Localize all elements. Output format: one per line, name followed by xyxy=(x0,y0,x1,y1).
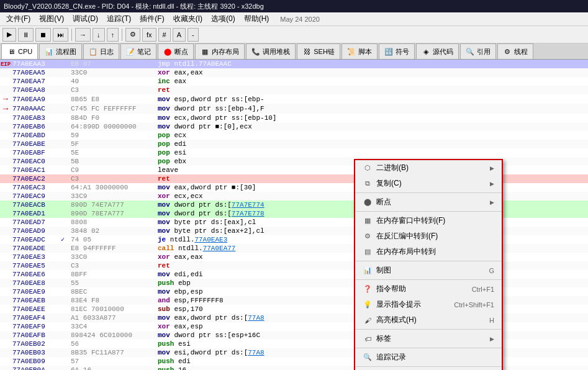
table-row[interactable]: 77A0EAB38B4D F0mov ecx,dword ptr ss:[ebp… xyxy=(0,114,588,122)
table-row[interactable]: 77A0EABE5Fpop edi xyxy=(0,140,588,148)
toolbar-stepout[interactable]: ↑ xyxy=(107,28,119,42)
layout-icon: ▤ xyxy=(363,247,373,257)
row-address: 77A0EAE5 xyxy=(11,261,61,270)
table-row[interactable]: →77A0EAA98B65 E8mov esp,dword ptr ss:[eb… xyxy=(0,94,588,104)
toolbar-minus[interactable]: - xyxy=(188,28,199,42)
context-menu-item[interactable]: ❓指令帮助Ctrl+F1 xyxy=(355,281,502,297)
help-icon: ❓ xyxy=(363,284,373,294)
context-menu-item[interactable]: ▦在内存窗口中转到(F) xyxy=(355,213,502,228)
row-bytes: 8808 xyxy=(68,218,155,227)
toolbar-pause[interactable]: ⏸ xyxy=(18,28,34,42)
row-check xyxy=(61,148,68,157)
graph-icon: 📊 xyxy=(363,266,373,276)
toolbar-stop[interactable]: ⏹ xyxy=(35,28,51,42)
menu-view[interactable]: 视图(V) xyxy=(35,12,68,25)
toolbar-stepinto[interactable]: → xyxy=(75,28,91,42)
tab-source[interactable]: ◈ 源代码 xyxy=(416,43,459,59)
menu-favorites[interactable]: 收藏夹(I) xyxy=(170,12,206,25)
context-menu-item[interactable]: ⧉复制(C)▶ xyxy=(355,176,502,191)
row-arrow xyxy=(0,296,11,305)
menu-options[interactable]: 选项(0) xyxy=(207,12,239,25)
menu-file[interactable]: 文件(F) xyxy=(2,12,34,25)
symbols-icon: 🔣 xyxy=(384,47,393,56)
row-arrow xyxy=(0,122,11,131)
row-bytes: 5E xyxy=(68,148,155,157)
row-instruction: mov dword ptr ■:[0],ecx xyxy=(155,122,588,131)
context-menu-item[interactable]: 🔍追踪记录 xyxy=(355,350,502,365)
tab-memory[interactable]: ▦ 内存布局 xyxy=(195,43,245,59)
context-menu-separator xyxy=(355,348,502,348)
toolbar-run[interactable]: ▶ xyxy=(2,28,16,42)
table-row[interactable]: 77A0EABF5Epop esi xyxy=(0,148,588,157)
context-menu-item-label: 追踪记录 xyxy=(376,352,406,363)
toolbar-restart[interactable]: ⏭ xyxy=(53,28,68,42)
toolbar-sep2 xyxy=(122,29,122,41)
table-row[interactable]: 77A0EAB664:890D 00000000mov dword ptr ■:… xyxy=(0,122,588,131)
context-menu-separator xyxy=(355,261,502,261)
table-row[interactable]: 77A0EAA8C3ret xyxy=(0,86,588,94)
context-menu-item[interactable]: 💡显示指令提示Ctrl+Shift+F1 xyxy=(355,297,502,312)
row-check xyxy=(61,270,68,279)
context-menu-item[interactable]: ⚙在反汇编中转到(F) xyxy=(355,228,502,244)
context-menu-item[interactable]: ⬡二进制(B)▶ xyxy=(355,160,502,176)
tab-breakpoints[interactable]: ⬤ 断点 xyxy=(158,43,194,59)
row-bytes: 8BFF xyxy=(68,270,155,279)
table-row[interactable]: →77A0AAACC745 FC FEFFFFFFmov dword ptr s… xyxy=(0,104,588,114)
context-menu-item[interactable]: 🏷标签▶ xyxy=(355,331,502,346)
row-arrow xyxy=(0,174,11,183)
row-bytes: EB 07 xyxy=(68,60,155,68)
row-arrow xyxy=(0,253,11,261)
row-check xyxy=(61,140,68,148)
table-row[interactable]: 77A0EAA740inc eax xyxy=(0,77,588,86)
menu-plugin[interactable]: 插件(F) xyxy=(136,12,168,25)
context-menu-item[interactable]: 📊制图G xyxy=(355,263,502,278)
tab-script[interactable]: 📜 脚本 xyxy=(341,43,378,59)
menu-help[interactable]: 帮助(H) xyxy=(240,12,273,25)
row-check xyxy=(61,174,68,183)
menu-debug[interactable]: 调试(D) xyxy=(69,12,102,25)
cpu-icon: 🖥 xyxy=(7,47,16,56)
title-text: Bloody7_V2020.0528_CN.exe - PID: D04 - 模… xyxy=(4,2,264,11)
context-menu-item[interactable]: ▤在内存布局中转到 xyxy=(355,244,502,259)
row-arrow xyxy=(0,314,11,322)
tab-symbols[interactable]: 🔣 符号 xyxy=(379,43,415,59)
context-menu-separator xyxy=(355,329,502,330)
context-menu-item[interactable]: ⬤断点▶ xyxy=(355,194,502,210)
row-address: 77A0EAC1 xyxy=(11,166,61,174)
row-check xyxy=(61,131,68,140)
row-bytes: 890D 78E7A777 xyxy=(68,209,155,218)
row-arrow xyxy=(0,279,11,287)
toolbar-settings[interactable]: ⚙ xyxy=(125,28,140,42)
table-row[interactable]: 77A0EAA533C0xor eax,eax xyxy=(0,68,588,77)
row-bytes: 8B35 FC11A877 xyxy=(68,348,155,357)
tab-seh[interactable]: ⛓ SEH链 xyxy=(297,43,340,59)
tab-flowchart[interactable]: 📊 流程图 xyxy=(39,43,82,59)
tab-log[interactable]: 📋 日志 xyxy=(83,43,119,59)
tab-callstack[interactable]: 📞 调用堆栈 xyxy=(246,43,296,59)
row-check xyxy=(61,86,68,94)
tab-cpu[interactable]: 🖥 CPU xyxy=(1,43,38,59)
row-bytes: C745 FC FEFFFFFF xyxy=(68,104,155,114)
row-bytes: A1 6033A877 xyxy=(68,314,155,322)
toolbar-fx[interactable]: fx xyxy=(142,28,156,42)
context-menu: ⬡二进制(B)▶⧉复制(C)▶⬤断点▶▦在内存窗口中转到(F)⚙在反汇编中转到(… xyxy=(354,159,503,370)
row-bytes: 64:890D 00000000 xyxy=(68,122,155,131)
tab-threads[interactable]: ⚙ 线程 xyxy=(497,43,533,59)
highlight-icon: 🖌 xyxy=(363,315,373,325)
row-address: 77A0EAF9 xyxy=(11,322,61,331)
context-menu-item[interactable]: 🖌高亮模式(H)H xyxy=(355,312,502,328)
menu-trace[interactable]: 追踪(T) xyxy=(103,12,135,25)
row-bytes: 55 xyxy=(68,279,155,287)
tab-notes[interactable]: 📝 笔记 xyxy=(120,43,156,59)
toolbar-hash[interactable]: # xyxy=(158,28,171,42)
main-area: EIP77A0EAA3EB 07jmp ntdll.77A0EAAC77A0EA… xyxy=(0,60,588,370)
row-bytes: 33C4 xyxy=(68,322,155,331)
table-row[interactable]: 77A0EABD59pop ecx xyxy=(0,131,588,140)
toolbar-font[interactable]: A xyxy=(173,28,186,42)
table-row[interactable]: EIP77A0EAA3EB 07jmp ntdll.77A0EAAC xyxy=(0,60,588,68)
row-check xyxy=(61,166,68,174)
context-menu-item-label: 二进制(B) xyxy=(376,163,409,173)
notes-icon: 📝 xyxy=(126,47,135,56)
toolbar-stepover[interactable]: ↓ xyxy=(93,28,105,42)
tab-refs[interactable]: 🔍 引用 xyxy=(460,43,496,59)
